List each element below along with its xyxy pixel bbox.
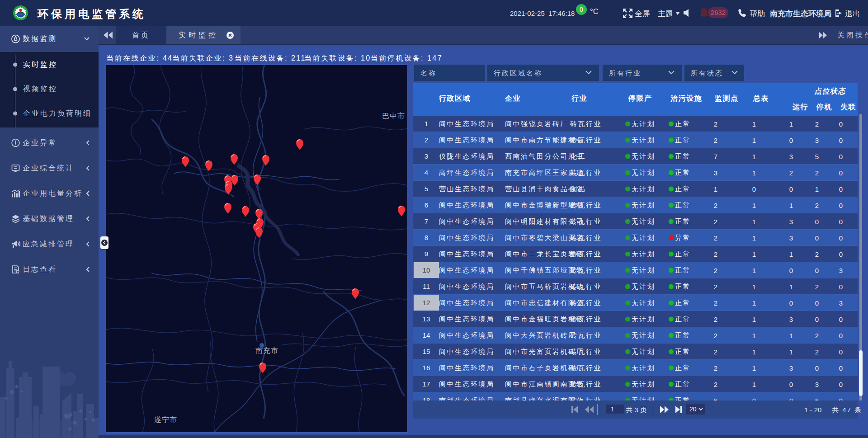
svg-text:遂宁市: 遂宁市 [154,416,177,424]
svg-text:巴中市: 巴中市 [382,112,405,120]
svg-text:南充市: 南充市 [255,347,278,354]
